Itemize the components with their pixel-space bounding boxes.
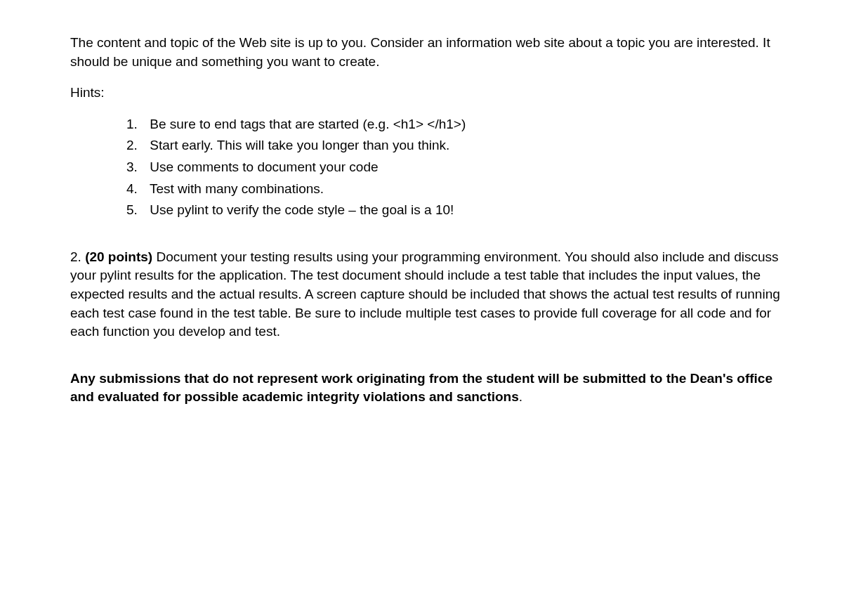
hint-number: 2.	[126, 136, 146, 155]
list-item: 2. Start early. This will take you longe…	[126, 136, 798, 155]
hint-text: Start early. This will take you longer t…	[150, 138, 449, 152]
list-item: 4. Test with many combinations.	[126, 180, 798, 199]
intro-paragraph: The content and topic of the Web site is…	[70, 34, 798, 71]
hints-list: 1. Be sure to end tags that are started …	[126, 115, 798, 220]
list-item: 3. Use comments to document your code	[126, 158, 798, 177]
integrity-period: .	[519, 389, 522, 404]
hint-text: Use pylint to verify the code style – th…	[150, 202, 454, 217]
hints-label: Hints:	[70, 84, 798, 103]
section-body: Document your testing results using your…	[70, 249, 780, 339]
list-item: 1. Be sure to end tags that are started …	[126, 115, 798, 134]
hint-number: 3.	[126, 158, 146, 177]
list-item: 5. Use pylint to verify the code style –…	[126, 201, 798, 220]
hint-text: Use comments to document your code	[150, 159, 378, 174]
section-2-paragraph: 2. (20 points) Document your testing res…	[70, 248, 798, 341]
hint-number: 1.	[126, 115, 146, 134]
points-label: (20 points)	[85, 249, 152, 264]
hint-number: 5.	[126, 201, 146, 220]
section-number: 2.	[70, 249, 85, 264]
hint-number: 4.	[126, 180, 146, 199]
hint-text: Test with many combinations.	[150, 181, 324, 196]
hint-text: Be sure to end tags that are started (e.…	[150, 117, 466, 131]
integrity-notice: Any submissions that do not represent wo…	[70, 370, 798, 407]
integrity-text: Any submissions that do not represent wo…	[70, 371, 772, 405]
